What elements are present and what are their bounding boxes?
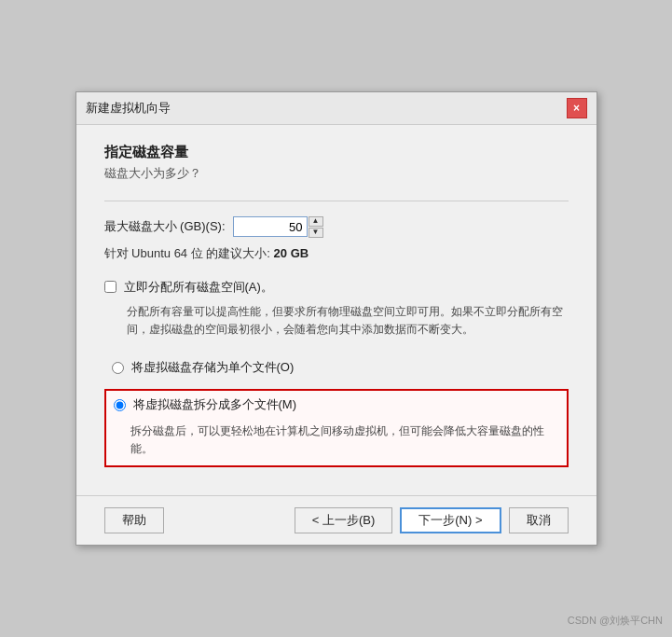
disk-size-spinner: ▲ ▼ bbox=[233, 216, 323, 238]
radio-single-file[interactable] bbox=[112, 362, 124, 374]
section-title: 指定磁盘容量 bbox=[104, 144, 569, 161]
disk-size-row: 最大磁盘大小 (GB)(S): ▲ ▼ bbox=[104, 216, 569, 238]
watermark: CSDN @刘焕平CHN bbox=[568, 614, 663, 628]
recommend-text: 针对 Ubuntu 64 位 的建议大小: 20 GB bbox=[104, 245, 569, 262]
radio-split-files-label[interactable]: 将虚拟磁盘拆分成多个文件(M) bbox=[133, 396, 297, 413]
spinner-up-button[interactable]: ▲ bbox=[309, 216, 323, 227]
allocate-checkbox-label[interactable]: 立即分配所有磁盘空间(A)。 bbox=[124, 279, 273, 296]
radio-group: 将虚拟磁盘存储为单个文件(O) 将虚拟磁盘拆分成多个文件(M) 拆分磁盘后，可以… bbox=[104, 353, 569, 467]
section-subtitle: 磁盘大小为多少？ bbox=[104, 165, 569, 182]
bottom-section: 帮助 < 上一步(B) 下一步(N) > 取消 bbox=[76, 495, 597, 545]
cancel-button[interactable]: 取消 bbox=[509, 507, 569, 533]
title-bar: 新建虚拟机向导 × bbox=[76, 92, 597, 125]
radio-split-files[interactable] bbox=[114, 399, 126, 411]
allocate-checkbox[interactable] bbox=[104, 281, 117, 293]
allocate-checkbox-row: 立即分配所有磁盘空间(A)。 bbox=[104, 279, 569, 296]
dialog-title: 新建虚拟机向导 bbox=[86, 100, 171, 117]
dialog-body: 指定磁盘容量 磁盘大小为多少？ 最大磁盘大小 (GB)(S): ▲ ▼ 针对 U… bbox=[76, 125, 597, 496]
recommend-prefix: 针对 Ubuntu 64 位 的建议大小: bbox=[104, 246, 270, 260]
radio-split-files-container: 将虚拟磁盘拆分成多个文件(M) 拆分磁盘后，可以更轻松地在计算机之间移动虚拟机，… bbox=[104, 389, 569, 467]
radio-single-file-label[interactable]: 将虚拟磁盘存储为单个文件(O) bbox=[131, 359, 295, 376]
allocate-description: 分配所有容量可以提高性能，但要求所有物理磁盘空间立即可用。如果不立即分配所有空间… bbox=[127, 303, 569, 339]
radio-split-files-row[interactable]: 将虚拟磁盘拆分成多个文件(M) bbox=[106, 391, 567, 419]
disk-size-label: 最大磁盘大小 (GB)(S): bbox=[104, 218, 226, 235]
spinner-down-button[interactable]: ▼ bbox=[309, 228, 323, 238]
new-vm-wizard-dialog: 新建虚拟机向导 × 指定磁盘容量 磁盘大小为多少？ 最大磁盘大小 (GB)(S)… bbox=[75, 91, 597, 547]
recommend-value: 20 GB bbox=[274, 246, 309, 260]
help-button[interactable]: 帮助 bbox=[104, 507, 164, 533]
divider-1 bbox=[104, 201, 569, 201]
back-button[interactable]: < 上一步(B) bbox=[295, 507, 393, 533]
close-button[interactable]: × bbox=[567, 98, 587, 118]
nav-buttons: < 上一步(B) 下一步(N) > 取消 bbox=[295, 507, 569, 533]
spinner-buttons: ▲ ▼ bbox=[309, 216, 323, 238]
radio-split-files-description: 拆分磁盘后，可以更轻松地在计算机之间移动虚拟机，但可能会降低大容量磁盘的性能。 bbox=[106, 419, 567, 465]
radio-single-file-row[interactable]: 将虚拟磁盘存储为单个文件(O) bbox=[104, 353, 569, 381]
next-button[interactable]: 下一步(N) > bbox=[400, 507, 501, 533]
disk-size-input[interactable] bbox=[233, 216, 308, 237]
